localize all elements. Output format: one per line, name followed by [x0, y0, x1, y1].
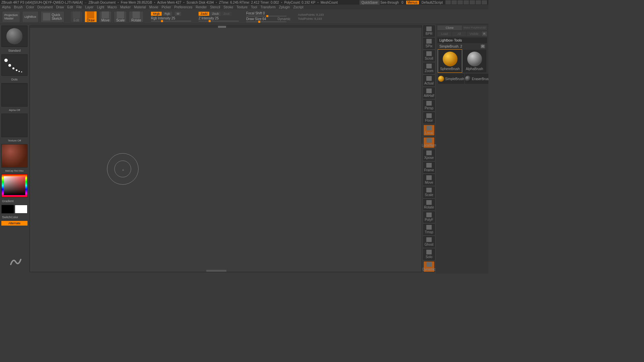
- draw-button[interactable]: Draw: [85, 11, 97, 22]
- seethrough-value[interactable]: 0: [401, 1, 404, 4]
- menu-brush[interactable]: Brush: [14, 5, 23, 9]
- nav-local-button[interactable]: Local: [423, 125, 435, 136]
- menu-macro[interactable]: Macro: [108, 5, 117, 9]
- r-button[interactable]: R: [482, 32, 487, 36]
- stroke-preview[interactable]: [1, 54, 28, 76]
- window-icon[interactable]: [458, 0, 463, 4]
- menu-render[interactable]: Render: [196, 5, 207, 9]
- menu-tool[interactable]: Tool: [251, 5, 257, 9]
- menu-stroke[interactable]: Stroke: [223, 5, 233, 9]
- zcut-button[interactable]: Zcut: [221, 12, 231, 16]
- brush-preview[interactable]: [1, 25, 28, 47]
- menu-texture[interactable]: Texture: [236, 5, 248, 9]
- minimize-icon[interactable]: [470, 0, 475, 4]
- menu-file[interactable]: File: [76, 5, 82, 9]
- menu-movie[interactable]: Movie: [149, 5, 158, 9]
- nav-solo-button[interactable]: Solo: [423, 249, 435, 260]
- nav-move-button[interactable]: Move: [423, 174, 435, 185]
- secondary-color-swatch[interactable]: [1, 205, 14, 214]
- nav-ghost-button[interactable]: Ghost: [423, 236, 435, 247]
- maximize-icon[interactable]: [476, 0, 481, 4]
- tool-item[interactable]: AlphaBrush: [463, 50, 486, 72]
- menu-stencil[interactable]: Stencil: [210, 5, 220, 9]
- load-button[interactable]: Load: [437, 32, 451, 36]
- rgb-intensity-label[interactable]: Rgb Intensity 25: [151, 16, 175, 20]
- dynamic-label[interactable]: Dynamic: [277, 17, 290, 21]
- nav-spix-button[interactable]: SPix: [423, 38, 435, 49]
- lightbox-button[interactable]: LightBox: [22, 11, 39, 22]
- projection-master-button[interactable]: Projection Master: [2, 11, 20, 22]
- nav-zoom-button[interactable]: Zoom: [423, 63, 435, 74]
- menu-alpha[interactable]: Alpha: [2, 5, 11, 9]
- canvas[interactable]: +: [30, 25, 422, 272]
- nav-scale-button[interactable]: Scale: [423, 187, 435, 198]
- rgb-intensity-slider[interactable]: [151, 21, 191, 21]
- r-toggle[interactable]: R: [481, 45, 485, 48]
- nav-localsym-button[interactable]: LocalSym: [423, 137, 435, 148]
- nav-aahalf-button[interactable]: AAHalf: [423, 87, 435, 99]
- menu-edit[interactable]: Edit: [67, 5, 73, 9]
- nav-bpr-button[interactable]: BPR: [423, 25, 435, 37]
- canvas-scroll-top[interactable]: [30, 26, 422, 28]
- focal-shift-label[interactable]: Focal Shift 0: [246, 11, 265, 15]
- menu-preferences[interactable]: Preferences: [174, 5, 193, 9]
- alpha-preview[interactable]: [1, 83, 28, 107]
- nav-actual-button[interactable]: Actual: [423, 75, 435, 86]
- z-intensity-label[interactable]: Z Intensity 25: [199, 16, 219, 20]
- window-icon[interactable]: [464, 0, 469, 4]
- nav-persp-button[interactable]: Persp: [423, 100, 435, 111]
- menus-button[interactable]: Menus: [406, 1, 419, 4]
- nav-dynamic-button[interactable]: Dynamic: [423, 261, 435, 272]
- nav-polyf-button[interactable]: PolyF: [423, 212, 435, 223]
- menu-draw[interactable]: Draw: [56, 5, 64, 9]
- menu-zscript[interactable]: Zscript: [293, 5, 303, 9]
- rotate-button[interactable]: Rotate: [129, 11, 143, 22]
- m-button[interactable]: M: [175, 12, 181, 16]
- menu-marker[interactable]: Marker: [120, 5, 130, 9]
- color-picker[interactable]: [1, 174, 28, 197]
- move-button[interactable]: Move: [99, 11, 112, 22]
- nav-floor-button[interactable]: Floor: [423, 112, 435, 123]
- draw-size-slider[interactable]: [246, 21, 286, 22]
- menu-document[interactable]: Document: [38, 5, 53, 9]
- nav-rotate-button[interactable]: Rotate: [423, 199, 435, 210]
- edit-button[interactable]: Edit: [70, 11, 83, 22]
- rgb-button[interactable]: Rgb: [162, 12, 172, 16]
- menu-transform[interactable]: Transform: [260, 5, 275, 9]
- script-label[interactable]: DefaultZScript: [422, 1, 443, 4]
- nav-xpose-button[interactable]: Xpose: [423, 149, 435, 161]
- texture-preview[interactable]: [1, 114, 28, 137]
- material-preview[interactable]: [1, 144, 28, 168]
- menu-color[interactable]: Color: [26, 5, 34, 9]
- menu-light[interactable]: Light: [97, 5, 104, 9]
- primary-color-swatch[interactable]: [15, 205, 28, 214]
- alternate-button[interactable]: Alternate: [1, 221, 28, 226]
- switchcolor-button[interactable]: SwitchColor: [1, 215, 28, 220]
- menu-layer[interactable]: Layer: [85, 5, 94, 9]
- nav-scroll-button[interactable]: Scroll: [423, 50, 435, 61]
- visible-button[interactable]: Visible: [467, 32, 481, 36]
- zadd-button[interactable]: Zadd: [199, 12, 210, 16]
- tool-item[interactable]: SimpleBrush: [438, 74, 464, 84]
- nav-trnsp-button[interactable]: Trnsp: [423, 224, 435, 235]
- tool-item[interactable]: EraserBrush: [465, 74, 488, 84]
- mrgb-button[interactable]: Mrgb: [151, 12, 162, 16]
- tool-item[interactable]: SphereBrush: [438, 50, 462, 72]
- gradient-label[interactable]: Gradient: [1, 199, 28, 203]
- window-icon[interactable]: [451, 0, 457, 4]
- scale-button[interactable]: Scale: [114, 11, 127, 22]
- nav-frame-button[interactable]: Frame: [423, 162, 435, 173]
- zsub-button[interactable]: Zsub: [210, 12, 221, 16]
- window-icon[interactable]: [445, 0, 451, 4]
- lightbox-tools-header[interactable]: Lightbox› Tools: [437, 38, 487, 43]
- focal-shift-slider[interactable]: [246, 16, 286, 16]
- quick-sketch-button[interactable]: Quick Sketch: [41, 11, 64, 22]
- menu-zplugin[interactable]: Zplugin: [279, 5, 290, 9]
- z-intensity-slider[interactable]: [199, 21, 239, 21]
- quicksave-button[interactable]: QuickSave: [360, 0, 380, 5]
- clone-button[interactable]: Clone: [437, 25, 462, 30]
- menu-material[interactable]: Material: [134, 5, 146, 9]
- canvas-tray-handle[interactable]: [206, 270, 226, 272]
- close-icon[interactable]: [482, 0, 487, 4]
- draw-size-label[interactable]: Draw Size 64: [246, 17, 266, 21]
